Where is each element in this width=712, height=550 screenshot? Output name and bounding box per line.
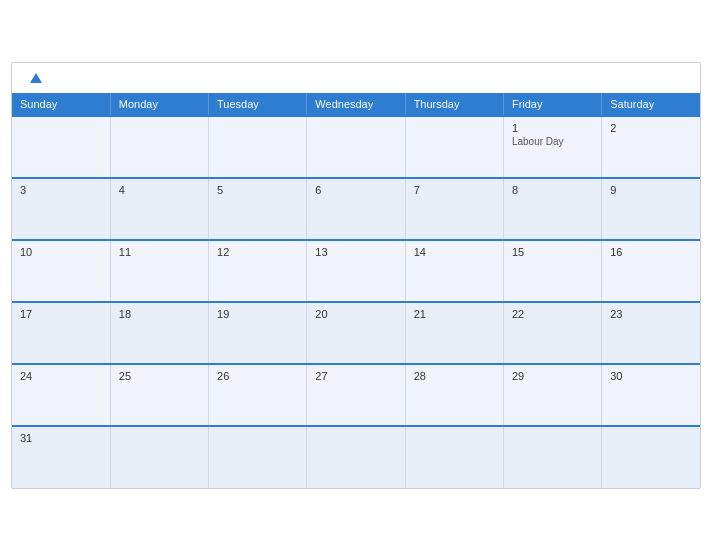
calendar-day-cell: 1Labour Day	[503, 116, 601, 178]
calendar-day-cell: 27	[307, 364, 405, 426]
calendar-day-cell: 25	[110, 364, 208, 426]
calendar-day-cell: 13	[307, 240, 405, 302]
day-number: 19	[217, 308, 298, 320]
day-number: 15	[512, 246, 593, 258]
day-number: 16	[610, 246, 692, 258]
day-number: 1	[512, 122, 593, 134]
day-number: 22	[512, 308, 593, 320]
calendar-day-cell: 28	[405, 364, 503, 426]
day-number: 14	[414, 246, 495, 258]
calendar-week-row: 3456789	[12, 178, 700, 240]
header-monday: Monday	[110, 93, 208, 116]
calendar-week-row: 24252627282930	[12, 364, 700, 426]
holiday-label: Labour Day	[512, 136, 593, 147]
calendar-day-cell: 15	[503, 240, 601, 302]
calendar-week-row: 31	[12, 426, 700, 488]
calendar-week-row: 1Labour Day2	[12, 116, 700, 178]
calendar-day-cell: 21	[405, 302, 503, 364]
header-saturday: Saturday	[602, 93, 700, 116]
day-number: 13	[315, 246, 396, 258]
calendar-day-cell	[307, 116, 405, 178]
logo-flag-icon	[30, 73, 42, 83]
calendar-day-cell: 18	[110, 302, 208, 364]
calendar-day-cell: 8	[503, 178, 601, 240]
calendar-week-row: 10111213141516	[12, 240, 700, 302]
day-number: 30	[610, 370, 692, 382]
calendar-day-cell	[503, 426, 601, 488]
calendar-day-cell	[307, 426, 405, 488]
calendar-thead: SundayMondayTuesdayWednesdayThursdayFrid…	[12, 93, 700, 116]
day-number: 10	[20, 246, 102, 258]
calendar-header	[12, 63, 700, 93]
day-number: 26	[217, 370, 298, 382]
day-number: 6	[315, 184, 396, 196]
day-number: 2	[610, 122, 692, 134]
calendar-day-cell: 14	[405, 240, 503, 302]
calendar-day-cell: 12	[209, 240, 307, 302]
calendar-day-cell: 9	[602, 178, 700, 240]
calendar-day-cell	[110, 116, 208, 178]
day-number: 31	[20, 432, 102, 444]
calendar-day-cell	[209, 116, 307, 178]
calendar-day-cell: 31	[12, 426, 110, 488]
day-number: 27	[315, 370, 396, 382]
header-wednesday: Wednesday	[307, 93, 405, 116]
calendar-day-cell	[602, 426, 700, 488]
calendar-day-cell: 29	[503, 364, 601, 426]
calendar-day-cell: 30	[602, 364, 700, 426]
calendar-day-cell: 23	[602, 302, 700, 364]
day-number: 8	[512, 184, 593, 196]
day-number: 28	[414, 370, 495, 382]
calendar-day-cell	[405, 116, 503, 178]
day-number: 7	[414, 184, 495, 196]
header-tuesday: Tuesday	[209, 93, 307, 116]
day-number: 9	[610, 184, 692, 196]
day-number: 20	[315, 308, 396, 320]
day-number: 3	[20, 184, 102, 196]
day-number: 5	[217, 184, 298, 196]
calendar-day-cell: 10	[12, 240, 110, 302]
calendar-day-cell: 11	[110, 240, 208, 302]
logo-area	[28, 75, 42, 85]
calendar-day-cell: 22	[503, 302, 601, 364]
calendar-day-cell: 16	[602, 240, 700, 302]
calendar-day-cell: 17	[12, 302, 110, 364]
calendar-day-cell: 26	[209, 364, 307, 426]
calendar-container: SundayMondayTuesdayWednesdayThursdayFrid…	[11, 62, 701, 489]
day-number: 25	[119, 370, 200, 382]
day-number: 18	[119, 308, 200, 320]
calendar-day-cell: 24	[12, 364, 110, 426]
day-number: 12	[217, 246, 298, 258]
calendar-table: SundayMondayTuesdayWednesdayThursdayFrid…	[12, 93, 700, 488]
header-sunday: Sunday	[12, 93, 110, 116]
calendar-day-cell	[12, 116, 110, 178]
day-number: 21	[414, 308, 495, 320]
calendar-day-cell: 3	[12, 178, 110, 240]
day-number: 29	[512, 370, 593, 382]
calendar-week-row: 17181920212223	[12, 302, 700, 364]
day-number: 11	[119, 246, 200, 258]
day-number: 4	[119, 184, 200, 196]
calendar-day-cell: 7	[405, 178, 503, 240]
header-friday: Friday	[503, 93, 601, 116]
calendar-day-cell: 19	[209, 302, 307, 364]
day-number: 23	[610, 308, 692, 320]
day-number: 24	[20, 370, 102, 382]
calendar-day-cell: 5	[209, 178, 307, 240]
calendar-day-cell: 20	[307, 302, 405, 364]
calendar-day-cell: 6	[307, 178, 405, 240]
day-number: 17	[20, 308, 102, 320]
calendar-body: 1Labour Day23456789101112131415161718192…	[12, 116, 700, 488]
header-thursday: Thursday	[405, 93, 503, 116]
calendar-day-cell	[209, 426, 307, 488]
calendar-day-cell: 2	[602, 116, 700, 178]
calendar-day-cell: 4	[110, 178, 208, 240]
calendar-day-cell	[110, 426, 208, 488]
calendar-day-cell	[405, 426, 503, 488]
weekday-header-row: SundayMondayTuesdayWednesdayThursdayFrid…	[12, 93, 700, 116]
